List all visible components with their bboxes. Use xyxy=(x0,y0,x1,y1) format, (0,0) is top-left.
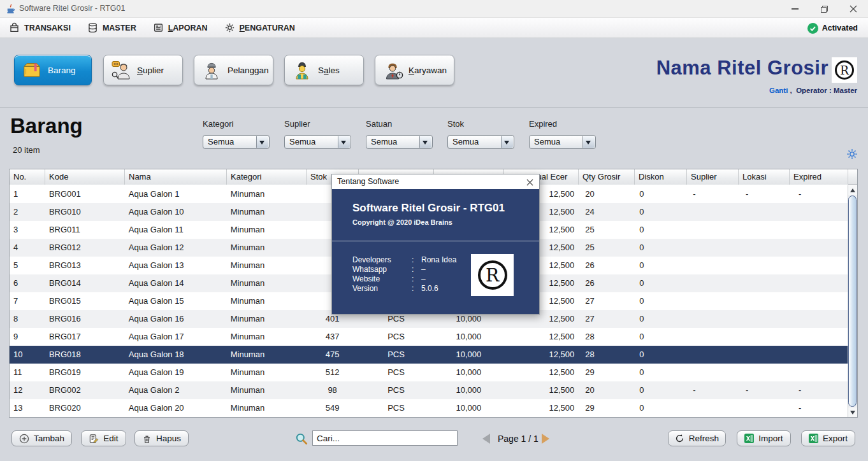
table-cell[interactable]: BRG015 xyxy=(45,292,125,310)
table-cell[interactable]: Aqua Galon 14 xyxy=(125,274,227,292)
table-cell[interactable]: 5 xyxy=(10,257,45,274)
table-cell[interactable]: Minuman xyxy=(227,346,307,364)
refresh-button[interactable]: Refresh xyxy=(668,430,726,446)
table-cell[interactable]: Aqua Galon 12 xyxy=(125,239,227,257)
table-settings-button[interactable] xyxy=(846,148,858,160)
column-header[interactable]: Nama xyxy=(125,169,227,185)
table-cell[interactable]: 20 xyxy=(578,381,634,399)
nav-button-suplier[interactable]: Suplier xyxy=(103,55,183,85)
table-cell[interactable] xyxy=(789,221,848,239)
menu-laporan[interactable]: LAPORAN xyxy=(153,22,208,33)
table-cell[interactable]: Minuman xyxy=(227,274,307,292)
table-cell[interactable]: 12,500 xyxy=(503,328,578,346)
table-cell[interactable]: Minuman xyxy=(227,239,307,257)
next-page-button[interactable] xyxy=(542,434,549,444)
table-cell[interactable]: 3 xyxy=(10,221,45,239)
table-row[interactable]: 9BRG017Aqua Galon 17Minuman437PCS10,0001… xyxy=(10,328,848,346)
table-cell[interactable]: BRG010 xyxy=(45,203,125,221)
nav-button-pelanggan[interactable]: Pelanggan xyxy=(194,55,273,85)
table-cell[interactable] xyxy=(738,274,789,292)
table-cell[interactable]: 25 xyxy=(578,239,634,257)
scrollbar-thumb[interactable] xyxy=(848,195,857,407)
table-cell[interactable]: 0 xyxy=(634,203,686,221)
table-cell[interactable] xyxy=(789,203,848,221)
table-cell[interactable] xyxy=(686,257,738,274)
table-cell[interactable]: 28 xyxy=(578,346,634,364)
table-cell[interactable] xyxy=(738,399,789,417)
table-cell[interactable] xyxy=(738,257,789,274)
search-input[interactable] xyxy=(312,430,458,446)
table-cell[interactable]: 10,000 xyxy=(433,364,503,381)
column-header[interactable]: Diskon xyxy=(635,169,687,185)
table-cell[interactable]: 0 xyxy=(634,364,686,381)
table-cell[interactable]: PCS xyxy=(359,346,434,364)
dialog-close-button[interactable] xyxy=(524,176,535,188)
table-cell[interactable]: 29 xyxy=(578,364,634,381)
table-row[interactable]: 11BRG019Aqua Galon 19Minuman512PCS10,000… xyxy=(10,364,848,381)
table-cell[interactable]: - xyxy=(738,381,789,399)
table-cell[interactable]: - xyxy=(686,381,738,399)
table-cell[interactable]: BRG002 xyxy=(45,381,125,399)
column-header[interactable]: Lokasi xyxy=(739,169,790,185)
table-cell[interactable]: 26 xyxy=(578,257,634,274)
table-cell[interactable] xyxy=(738,203,789,221)
table-cell[interactable] xyxy=(738,221,789,239)
satuan-select[interactable]: Semua xyxy=(366,135,433,149)
stok-select[interactable]: Semua xyxy=(447,135,514,149)
table-cell[interactable]: - xyxy=(738,185,789,203)
table-cell[interactable]: 6 xyxy=(10,274,45,292)
table-cell[interactable] xyxy=(686,364,738,381)
table-cell[interactable]: Aqua Galon 19 xyxy=(125,364,227,381)
column-header[interactable]: Expired xyxy=(790,169,848,185)
table-cell[interactable]: 0 xyxy=(634,346,686,364)
table-cell[interactable] xyxy=(789,274,848,292)
edit-button[interactable]: Edit xyxy=(81,430,126,446)
table-cell[interactable]: 1 xyxy=(10,185,45,203)
table-cell[interactable]: 12,500 xyxy=(503,346,578,364)
delete-button[interactable]: Hapus xyxy=(134,430,189,446)
table-cell[interactable]: 0 xyxy=(634,257,686,274)
table-cell[interactable] xyxy=(686,346,738,364)
table-cell[interactable] xyxy=(686,239,738,257)
table-cell[interactable]: 2 xyxy=(10,203,45,221)
menu-master[interactable]: MASTER xyxy=(87,22,136,33)
table-cell[interactable] xyxy=(686,292,738,310)
table-cell[interactable]: 8 xyxy=(10,310,45,328)
scroll-down-button[interactable] xyxy=(848,408,857,417)
table-cell[interactable]: 9 xyxy=(10,328,45,346)
table-cell[interactable] xyxy=(789,257,848,274)
nav-button-sales[interactable]: Sales xyxy=(284,55,364,85)
table-cell[interactable] xyxy=(738,310,789,328)
table-cell[interactable]: Minuman xyxy=(227,381,307,399)
table-cell[interactable]: 0 xyxy=(634,292,686,310)
kategori-select[interactable]: Semua xyxy=(203,135,270,149)
table-cell[interactable]: - xyxy=(789,399,848,417)
menu-pengaturan[interactable]: PENGATURAN xyxy=(224,22,295,33)
table-cell[interactable]: BRG018 xyxy=(45,346,125,364)
table-cell[interactable] xyxy=(789,239,848,257)
table-cell[interactable]: 475 xyxy=(307,346,359,364)
table-cell[interactable]: Minuman xyxy=(227,328,307,346)
table-cell[interactable]: 11 xyxy=(10,364,45,381)
close-button[interactable] xyxy=(839,0,868,18)
table-cell[interactable]: Aqua Galon 18 xyxy=(125,346,227,364)
table-cell[interactable]: PCS xyxy=(359,328,434,346)
table-cell[interactable] xyxy=(789,328,848,346)
table-cell[interactable] xyxy=(686,328,738,346)
table-cell[interactable]: 98 xyxy=(307,381,359,399)
table-row[interactable]: 12BRG002Aqua Galon 2Minuman98PCS10,00012… xyxy=(10,381,848,399)
table-cell[interactable]: BRG020 xyxy=(45,399,125,417)
table-cell[interactable]: 10,000 xyxy=(433,328,503,346)
table-cell[interactable]: - xyxy=(789,185,848,203)
table-cell[interactable]: 10 xyxy=(10,346,45,364)
table-cell[interactable]: 549 xyxy=(307,399,359,417)
table-cell[interactable]: Aqua Galon 16 xyxy=(125,310,227,328)
table-cell[interactable]: PCS xyxy=(359,381,434,399)
column-header[interactable]: Suplier xyxy=(687,169,739,185)
table-cell[interactable] xyxy=(686,274,738,292)
table-cell[interactable]: 0 xyxy=(634,239,686,257)
minimize-button[interactable] xyxy=(780,0,809,18)
column-header[interactable]: Kategori xyxy=(227,169,307,185)
table-row[interactable]: 13BRG020Aqua Galon 20Minuman549PCS10,000… xyxy=(10,399,848,417)
scroll-up-button[interactable] xyxy=(848,185,857,195)
